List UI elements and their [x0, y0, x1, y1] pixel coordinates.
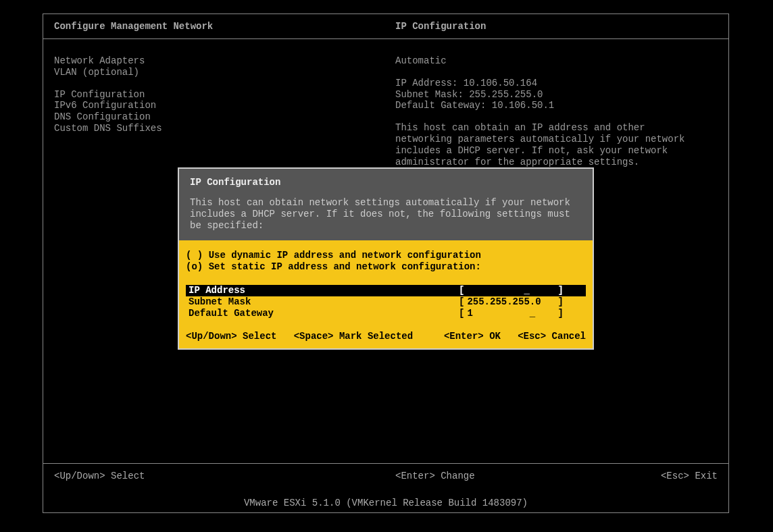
menu-item-custom-dns-suffixes[interactable]: Custom DNS Suffixes	[54, 123, 395, 134]
ip-config-dialog: IP Configuration This host can obtain ne…	[178, 167, 594, 350]
field-subnet-mask-value-wrap: [ 255.255.255.0 ]	[456, 296, 566, 308]
field-ip-address-input[interactable]: _	[467, 285, 555, 296]
action-select: Select	[243, 331, 276, 342]
ip-address-row: IP Address: 10.106.50.164	[395, 78, 718, 89]
ok-button[interactable]: OK	[489, 331, 501, 342]
action-change: Change	[441, 471, 474, 481]
field-default-gateway-label: Default Gateway	[186, 308, 456, 319]
body: Network Adapters VLAN (optional) IP Conf…	[43, 39, 728, 167]
option-dynamic[interactable]: ( ) Use dynamic IP address and network c…	[186, 250, 586, 261]
bracket-open-icon: [	[456, 285, 467, 296]
bracket-close-icon: ]	[555, 296, 566, 308]
dialog-header: IP Configuration This host can obtain ne…	[179, 169, 593, 240]
option-dynamic-label: Use dynamic IP address and network confi…	[209, 250, 481, 261]
dialog-footer: <Up/Down> Select <Space> Mark Selected <…	[186, 331, 586, 342]
field-subnet-mask-input[interactable]: 255.255.255.0	[467, 296, 555, 308]
action-select: Select	[111, 471, 145, 481]
action-mark-selected: Mark Selected	[339, 331, 413, 342]
field-subnet-mask[interactable]: Subnet Mask [ 255.255.255.0 ]	[186, 296, 586, 308]
menu-item-ipv6-configuration[interactable]: IPv6 Configuration	[54, 100, 395, 111]
field-ip-address[interactable]: IP Address [ _ ]	[186, 285, 586, 296]
bracket-close-icon: ]	[555, 308, 566, 319]
panel-description: This host can obtain an IP address and o…	[395, 122, 706, 167]
field-default-gateway-value-wrap: [ 1 _ ]	[456, 308, 566, 319]
version-label: VMware ESXi 5.1.0 (VMKernel Release Buil…	[43, 498, 728, 508]
menu-item-dns-configuration[interactable]: DNS Configuration	[54, 111, 395, 123]
left-menu: Network Adapters VLAN (optional) IP Conf…	[54, 55, 395, 167]
subnet-mask-row: Subnet Mask: 255.255.255.0	[395, 89, 718, 101]
dialog-title: IP Configuration	[190, 177, 582, 188]
menu-item-ip-configuration[interactable]: IP Configuration	[54, 89, 395, 101]
key-space: <Space>	[294, 331, 334, 342]
key-esc: <Esc>	[518, 331, 546, 342]
menu-spacer	[54, 78, 395, 89]
key-esc: <Esc>	[661, 471, 689, 481]
dialog-intro: This host can obtain network settings au…	[190, 197, 582, 231]
radio-checked-icon: (o)	[186, 261, 203, 272]
field-default-gateway-input[interactable]: 1 _	[467, 308, 555, 319]
option-static[interactable]: (o) Set static IP address and network co…	[186, 261, 586, 273]
bottom-left: <Up/Down> Select	[54, 471, 395, 481]
panel-spacer	[395, 67, 718, 78]
field-default-gateway[interactable]: Default Gateway [ 1 _ ]	[186, 308, 586, 319]
config-mode: Automatic	[395, 55, 718, 67]
default-gateway-row: Default Gateway: 10.106.50.1	[395, 100, 718, 111]
bottom-right: <Esc> Exit	[582, 471, 718, 481]
dialog-footer-right: <Enter> OK <Esc> Cancel	[444, 331, 586, 342]
fields: IP Address [ _ ] Subnet Mask [ 255.255.2…	[186, 285, 586, 319]
action-exit: Exit	[695, 471, 718, 481]
bottom-mid: <Enter> Change	[395, 471, 582, 481]
bottom-bar: <Up/Down> Select <Enter> Change <Esc> Ex…	[43, 463, 728, 488]
menu-item-vlan[interactable]: VLAN (optional)	[54, 67, 395, 78]
key-updown: <Up/Down>	[186, 331, 237, 342]
option-static-label: Set static IP address and network config…	[209, 261, 481, 272]
dialog-body: ( ) Use dynamic IP address and network c…	[179, 240, 593, 348]
key-enter: <Enter>	[395, 471, 435, 481]
header-right: IP Configuration	[395, 21, 718, 32]
cancel-button[interactable]: Cancel	[552, 331, 586, 342]
radio-unchecked-icon: ( )	[186, 250, 203, 261]
field-ip-address-label: IP Address	[186, 285, 456, 296]
field-subnet-mask-label: Subnet Mask	[186, 296, 456, 308]
dialog-footer-left: <Up/Down> Select <Space> Mark Selected	[186, 331, 444, 342]
right-panel: Automatic IP Address: 10.106.50.164 Subn…	[395, 55, 718, 167]
field-ip-address-value-wrap: [ _ ]	[456, 285, 566, 296]
key-updown: <Up/Down>	[54, 471, 105, 481]
bracket-open-icon: [	[456, 308, 467, 319]
bracket-open-icon: [	[456, 296, 467, 308]
menu-item-network-adapters[interactable]: Network Adapters	[54, 55, 395, 67]
bracket-close-icon: ]	[555, 285, 566, 296]
key-enter: <Enter>	[444, 331, 484, 342]
header: Configure Management Network IP Configur…	[43, 14, 728, 32]
header-left: Configure Management Network	[54, 21, 395, 32]
